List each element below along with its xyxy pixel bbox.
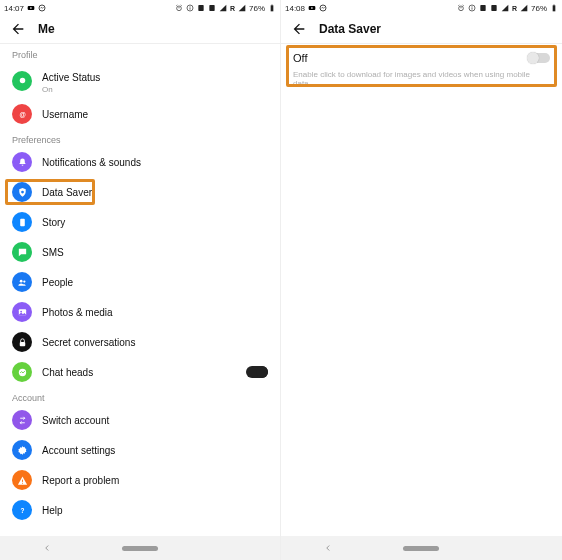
- svg-rect-19: [20, 218, 25, 225]
- item-label: Data Saver: [42, 187, 92, 198]
- svg-marker-12: [220, 5, 227, 12]
- item-label: Account settings: [42, 445, 115, 456]
- item-story[interactable]: Story: [0, 207, 280, 237]
- sim1-icon: [197, 4, 205, 12]
- item-data-saver[interactable]: Data Saver: [0, 177, 280, 207]
- item-secret[interactable]: Secret conversations: [0, 327, 280, 357]
- alarm-icon: [175, 4, 183, 12]
- item-label: SMS: [42, 247, 64, 258]
- youtube-icon: [27, 4, 35, 12]
- active-status-icon: [12, 71, 32, 91]
- sim1-icon: [479, 4, 487, 12]
- item-photos[interactable]: Photos & media: [0, 297, 280, 327]
- roaming-icon: R: [230, 5, 235, 12]
- data-saver-row: Off: [281, 44, 562, 64]
- svg-text:@: @: [19, 110, 25, 117]
- item-help[interactable]: ? Help: [0, 495, 280, 525]
- page-title: Data Saver: [319, 22, 381, 36]
- svg-rect-45: [553, 5, 554, 6]
- page-title: Me: [38, 22, 55, 36]
- status-time: 14:07: [4, 4, 24, 13]
- sim2-icon: [208, 4, 216, 12]
- settings-list: Profile Active Status On @ Username Pref…: [0, 44, 280, 536]
- svg-point-18: [21, 190, 24, 193]
- item-account-settings[interactable]: Account settings: [0, 435, 280, 465]
- roaming-icon: R: [512, 5, 517, 12]
- chat-heads-icon: [12, 362, 32, 382]
- svg-rect-15: [271, 5, 272, 6]
- nav-bar: [281, 536, 562, 560]
- svg-rect-24: [19, 342, 25, 346]
- svg-rect-28: [22, 482, 23, 483]
- warning-icon: [12, 470, 32, 490]
- app-bar: Me: [0, 14, 280, 44]
- back-button[interactable]: [8, 19, 28, 39]
- item-label: Story: [42, 217, 65, 228]
- sms-icon: [12, 242, 32, 262]
- svg-rect-38: [472, 7, 473, 9]
- svg-point-23: [20, 310, 22, 312]
- nav-back[interactable]: [17, 543, 77, 553]
- svg-rect-14: [271, 5, 274, 11]
- phone-right: 14:08 R 76% Data Saver Of: [281, 0, 562, 560]
- item-username[interactable]: @ Username: [0, 99, 280, 129]
- help-icon: ?: [12, 500, 32, 520]
- data-saver-state: Off: [293, 52, 307, 64]
- username-icon: @: [12, 104, 32, 124]
- youtube-icon: [308, 4, 316, 12]
- svg-point-20: [19, 279, 22, 282]
- signal1-icon: [219, 4, 227, 12]
- item-sublabel: On: [42, 85, 100, 94]
- status-bar: 14:08 R 76%: [281, 0, 562, 14]
- gear-icon: [12, 440, 32, 460]
- chat-heads-toggle[interactable]: [246, 366, 268, 378]
- lock-icon: [12, 332, 32, 352]
- item-label: Active Status: [42, 72, 100, 83]
- switch-icon: [12, 410, 32, 430]
- item-label: People: [42, 277, 73, 288]
- svg-marker-43: [521, 5, 528, 12]
- item-label: Help: [42, 505, 63, 516]
- data-saver-hint: Enable click to download for images and …: [281, 64, 562, 88]
- status-time: 14:08: [285, 4, 305, 13]
- back-button[interactable]: [289, 19, 309, 39]
- nav-home[interactable]: [110, 546, 170, 551]
- item-switch-account[interactable]: Switch account: [0, 405, 280, 435]
- item-sms[interactable]: SMS: [0, 237, 280, 267]
- nav-home[interactable]: [391, 546, 451, 551]
- item-people[interactable]: People: [0, 267, 280, 297]
- item-label: Switch account: [42, 415, 109, 426]
- svg-marker-42: [502, 5, 509, 12]
- item-report[interactable]: Report a problem: [0, 465, 280, 495]
- data-saver-toggle[interactable]: [528, 53, 550, 63]
- phone-left: 14:07 R 76% Me Profile: [0, 0, 281, 560]
- item-active-status[interactable]: Active Status On: [0, 62, 280, 99]
- svg-rect-11: [209, 5, 214, 11]
- people-icon: [12, 272, 32, 292]
- svg-rect-10: [198, 5, 203, 11]
- item-label: Report a problem: [42, 475, 119, 486]
- alarm-icon: [457, 4, 465, 12]
- battery-icon: [550, 4, 558, 12]
- app-bar: Data Saver: [281, 14, 562, 44]
- messenger-icon: [319, 4, 327, 12]
- bell-icon: [12, 152, 32, 172]
- svg-rect-44: [553, 5, 556, 11]
- signal2-icon: [238, 4, 246, 12]
- messenger-icon: [38, 4, 46, 12]
- svg-point-16: [19, 78, 25, 84]
- item-label: Chat heads: [42, 367, 93, 378]
- status-battery: 76%: [531, 4, 547, 13]
- svg-rect-8: [190, 7, 191, 9]
- svg-rect-27: [22, 479, 23, 481]
- nav-back[interactable]: [298, 543, 358, 553]
- nav-bar: [0, 536, 280, 560]
- svg-line-36: [463, 5, 464, 6]
- svg-line-6: [181, 5, 182, 6]
- item-notifications[interactable]: Notifications & sounds: [0, 147, 280, 177]
- status-battery: 76%: [249, 4, 265, 13]
- item-chat-heads[interactable]: Chat heads: [0, 357, 280, 387]
- svg-rect-9: [190, 6, 191, 7]
- svg-rect-40: [480, 5, 485, 11]
- item-label: Secret conversations: [42, 337, 135, 348]
